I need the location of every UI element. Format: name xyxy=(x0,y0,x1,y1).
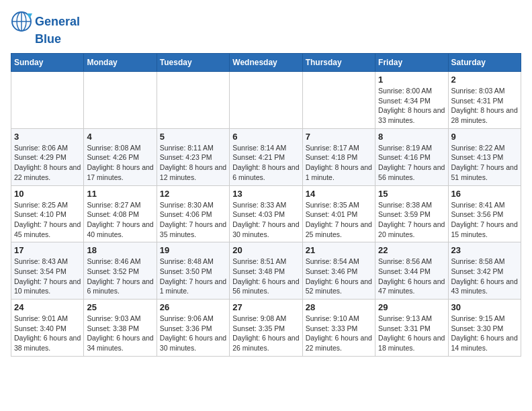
calendar-cell: 14Sunrise: 8:35 AM Sunset: 4:01 PM Dayli… xyxy=(302,185,375,242)
day-info: Sunrise: 8:46 AM Sunset: 3:52 PM Dayligh… xyxy=(87,257,153,296)
day-number: 20 xyxy=(232,245,299,255)
day-number: 11 xyxy=(87,189,153,199)
calendar-cell xyxy=(302,72,375,129)
calendar-cell: 16Sunrise: 8:41 AM Sunset: 3:56 PM Dayli… xyxy=(448,185,521,242)
day-info: Sunrise: 8:35 AM Sunset: 4:01 PM Dayligh… xyxy=(306,200,372,240)
calendar-cell: 20Sunrise: 8:51 AM Sunset: 3:48 PM Dayli… xyxy=(230,242,302,300)
day-number: 5 xyxy=(160,132,226,142)
calendar-cell: 22Sunrise: 8:56 AM Sunset: 3:44 PM Dayli… xyxy=(375,242,448,300)
weekday-header-row: SundayMondayTuesdayWednesdayThursdayFrid… xyxy=(11,54,521,72)
day-info: Sunrise: 8:27 AM Sunset: 4:08 PM Dayligh… xyxy=(87,200,153,240)
calendar-cell: 5Sunrise: 8:11 AM Sunset: 4:23 PM Daylig… xyxy=(157,128,229,185)
day-info: Sunrise: 8:30 AM Sunset: 4:06 PM Dayligh… xyxy=(160,200,226,240)
day-info: Sunrise: 9:15 AM Sunset: 3:30 PM Dayligh… xyxy=(451,314,518,353)
weekday-header: Friday xyxy=(375,54,448,72)
calendar-cell: 17Sunrise: 8:43 AM Sunset: 3:54 PM Dayli… xyxy=(11,242,84,300)
calendar-cell: 19Sunrise: 8:48 AM Sunset: 3:50 PM Dayli… xyxy=(157,242,229,300)
calendar-cell: 13Sunrise: 8:33 AM Sunset: 4:03 PM Dayli… xyxy=(230,185,302,242)
calendar-cell: 3Sunrise: 8:06 AM Sunset: 4:29 PM Daylig… xyxy=(11,128,84,185)
day-info: Sunrise: 8:56 AM Sunset: 3:44 PM Dayligh… xyxy=(378,257,445,296)
day-number: 29 xyxy=(378,302,445,312)
logo: General Blue xyxy=(11,11,80,46)
day-info: Sunrise: 9:13 AM Sunset: 3:31 PM Dayligh… xyxy=(378,314,445,353)
day-number: 30 xyxy=(451,302,518,312)
day-number: 4 xyxy=(87,132,153,142)
calendar-cell: 21Sunrise: 8:54 AM Sunset: 3:46 PM Dayli… xyxy=(302,242,375,300)
day-number: 22 xyxy=(378,245,445,255)
day-info: Sunrise: 8:08 AM Sunset: 4:26 PM Dayligh… xyxy=(87,143,153,183)
calendar-cell: 9Sunrise: 8:22 AM Sunset: 4:13 PM Daylig… xyxy=(448,128,521,185)
day-number: 8 xyxy=(378,132,445,142)
day-number: 13 xyxy=(232,189,299,199)
day-number: 28 xyxy=(306,302,372,312)
day-info: Sunrise: 8:48 AM Sunset: 3:50 PM Dayligh… xyxy=(160,257,226,296)
weekday-header: Monday xyxy=(84,54,157,72)
day-info: Sunrise: 8:54 AM Sunset: 3:46 PM Dayligh… xyxy=(306,257,372,296)
day-number: 14 xyxy=(306,189,372,199)
day-info: Sunrise: 9:03 AM Sunset: 3:38 PM Dayligh… xyxy=(87,314,153,353)
day-number: 7 xyxy=(306,132,372,142)
svg-marker-4 xyxy=(27,13,32,19)
day-info: Sunrise: 8:33 AM Sunset: 4:03 PM Dayligh… xyxy=(232,200,299,240)
day-info: Sunrise: 8:22 AM Sunset: 4:13 PM Dayligh… xyxy=(451,143,518,183)
day-number: 16 xyxy=(451,189,518,199)
day-info: Sunrise: 8:17 AM Sunset: 4:18 PM Dayligh… xyxy=(306,143,372,183)
day-info: Sunrise: 8:51 AM Sunset: 3:48 PM Dayligh… xyxy=(232,257,299,296)
calendar-cell: 27Sunrise: 9:08 AM Sunset: 3:35 PM Dayli… xyxy=(230,300,302,357)
weekday-header: Wednesday xyxy=(230,54,302,72)
calendar-cell: 26Sunrise: 9:06 AM Sunset: 3:36 PM Dayli… xyxy=(157,300,229,357)
weekday-header: Saturday xyxy=(448,54,521,72)
day-info: Sunrise: 8:41 AM Sunset: 3:56 PM Dayligh… xyxy=(451,200,518,240)
calendar-table: SundayMondayTuesdayWednesdayThursdayFrid… xyxy=(11,53,521,357)
weekday-header: Tuesday xyxy=(157,54,229,72)
day-info: Sunrise: 9:10 AM Sunset: 3:33 PM Dayligh… xyxy=(306,314,372,353)
calendar-cell: 10Sunrise: 8:25 AM Sunset: 4:10 PM Dayli… xyxy=(11,185,84,242)
day-info: Sunrise: 8:19 AM Sunset: 4:16 PM Dayligh… xyxy=(378,143,445,183)
day-number: 15 xyxy=(378,189,445,199)
day-info: Sunrise: 9:06 AM Sunset: 3:36 PM Dayligh… xyxy=(160,314,226,353)
header: General Blue xyxy=(11,11,521,46)
day-number: 12 xyxy=(160,189,226,199)
calendar-cell: 29Sunrise: 9:13 AM Sunset: 3:31 PM Dayli… xyxy=(375,300,448,357)
weekday-header: Thursday xyxy=(302,54,375,72)
day-info: Sunrise: 8:38 AM Sunset: 3:59 PM Dayligh… xyxy=(378,200,445,240)
calendar-cell: 6Sunrise: 8:14 AM Sunset: 4:21 PM Daylig… xyxy=(230,128,302,185)
day-info: Sunrise: 8:03 AM Sunset: 4:31 PM Dayligh… xyxy=(451,86,518,126)
day-info: Sunrise: 8:11 AM Sunset: 4:23 PM Dayligh… xyxy=(160,143,226,183)
day-info: Sunrise: 8:58 AM Sunset: 3:42 PM Dayligh… xyxy=(451,257,518,296)
day-number: 1 xyxy=(378,75,445,85)
day-info: Sunrise: 8:25 AM Sunset: 4:10 PM Dayligh… xyxy=(14,200,81,240)
calendar-cell: 25Sunrise: 9:03 AM Sunset: 3:38 PM Dayli… xyxy=(84,300,157,357)
calendar-cell: 2Sunrise: 8:03 AM Sunset: 4:31 PM Daylig… xyxy=(448,72,521,129)
calendar-cell: 7Sunrise: 8:17 AM Sunset: 4:18 PM Daylig… xyxy=(302,128,375,185)
calendar-week-row: 1Sunrise: 8:00 AM Sunset: 4:34 PM Daylig… xyxy=(11,72,521,129)
day-info: Sunrise: 9:01 AM Sunset: 3:40 PM Dayligh… xyxy=(14,314,81,353)
day-number: 26 xyxy=(160,302,226,312)
calendar-week-row: 3Sunrise: 8:06 AM Sunset: 4:29 PM Daylig… xyxy=(11,128,521,185)
calendar-cell: 11Sunrise: 8:27 AM Sunset: 4:08 PM Dayli… xyxy=(84,185,157,242)
day-number: 10 xyxy=(14,189,81,199)
calendar-cell: 15Sunrise: 8:38 AM Sunset: 3:59 PM Dayli… xyxy=(375,185,448,242)
day-number: 19 xyxy=(160,245,226,255)
calendar-cell: 4Sunrise: 8:08 AM Sunset: 4:26 PM Daylig… xyxy=(84,128,157,185)
day-number: 27 xyxy=(232,302,299,312)
day-number: 17 xyxy=(14,245,81,255)
calendar-cell: 8Sunrise: 8:19 AM Sunset: 4:16 PM Daylig… xyxy=(375,128,448,185)
calendar-cell: 1Sunrise: 8:00 AM Sunset: 4:34 PM Daylig… xyxy=(375,72,448,129)
calendar-cell xyxy=(157,72,229,129)
calendar-cell xyxy=(84,72,157,129)
day-info: Sunrise: 8:43 AM Sunset: 3:54 PM Dayligh… xyxy=(14,257,81,296)
logo-globe-icon xyxy=(11,11,32,32)
calendar-cell: 30Sunrise: 9:15 AM Sunset: 3:30 PM Dayli… xyxy=(448,300,521,357)
day-number: 23 xyxy=(451,245,518,255)
calendar-week-row: 24Sunrise: 9:01 AM Sunset: 3:40 PM Dayli… xyxy=(11,300,521,357)
calendar-week-row: 10Sunrise: 8:25 AM Sunset: 4:10 PM Dayli… xyxy=(11,185,521,242)
calendar-cell xyxy=(11,72,84,129)
day-info: Sunrise: 8:14 AM Sunset: 4:21 PM Dayligh… xyxy=(232,143,299,183)
calendar-cell: 24Sunrise: 9:01 AM Sunset: 3:40 PM Dayli… xyxy=(11,300,84,357)
calendar-week-row: 17Sunrise: 8:43 AM Sunset: 3:54 PM Dayli… xyxy=(11,242,521,300)
logo-text-general: General xyxy=(35,15,80,29)
weekday-header: Sunday xyxy=(11,54,84,72)
calendar-cell: 28Sunrise: 9:10 AM Sunset: 3:33 PM Dayli… xyxy=(302,300,375,357)
day-number: 25 xyxy=(87,302,153,312)
